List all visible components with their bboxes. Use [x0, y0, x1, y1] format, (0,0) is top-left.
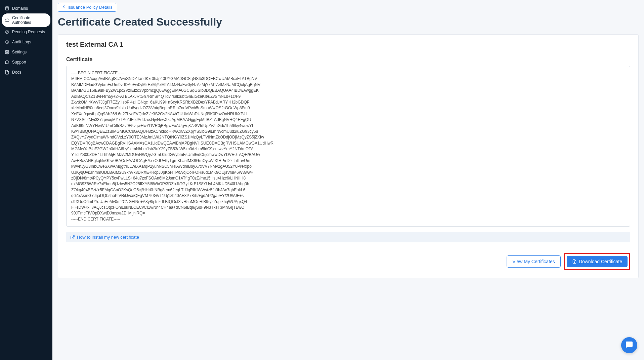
- cloud-icon: [5, 18, 9, 23]
- gear-icon: [5, 50, 9, 54]
- svg-line-6: [72, 235, 74, 237]
- arrow-left-icon: [61, 4, 66, 10]
- install-help-link[interactable]: How to install my new certificate: [66, 232, 630, 242]
- sidebar-item-label: Support: [12, 60, 26, 65]
- card-title: test External CA 1: [66, 41, 630, 48]
- chat-bubble-icon: [625, 341, 633, 350]
- sidebar-item-support[interactable]: Support: [0, 57, 52, 67]
- sidebar-item-settings[interactable]: Settings: [0, 47, 52, 57]
- download-certificate-button[interactable]: Download Certificate: [567, 256, 628, 267]
- sidebar-item-label: Docs: [12, 70, 21, 75]
- back-button-label: Issuance Policy Details: [68, 5, 113, 10]
- sidebar-item-audit-logs[interactable]: Audit Logs: [0, 37, 52, 47]
- annotation-highlight: Download Certificate: [564, 253, 630, 270]
- sidebar-item-docs[interactable]: Docs: [0, 67, 52, 77]
- check-circle-icon: [5, 30, 9, 34]
- sidebar-item-label: Domains: [12, 6, 28, 11]
- external-link-icon: [70, 235, 75, 240]
- sidebar-item-label: Certificate Authorities: [12, 15, 48, 25]
- sidebar-item-label: Audit Logs: [12, 40, 31, 44]
- clock-icon: [5, 40, 9, 44]
- download-icon: [572, 259, 577, 264]
- install-help-label: How to install my new certificate: [77, 235, 139, 240]
- chat-widget-button[interactable]: [621, 337, 637, 353]
- certificate-card: test External CA 1 Certificate -----BEGI…: [58, 34, 639, 278]
- sidebar-item-label: Settings: [12, 50, 27, 54]
- back-button[interactable]: Issuance Policy Details: [58, 3, 116, 12]
- svg-point-5: [6, 51, 8, 53]
- card-footer: View My Certificates Download Certificat…: [66, 253, 630, 270]
- page-title: Certificate Created Successfully: [58, 16, 639, 28]
- certificate-pem-output[interactable]: -----BEGIN CERTIFICATE----- MIIFMjCCAxqg…: [66, 66, 630, 227]
- document-icon: [5, 70, 9, 75]
- sidebar-item-label: Pending Requests: [12, 30, 45, 34]
- main-content: Issuance Policy Details Certificate Crea…: [52, 0, 644, 360]
- view-certificates-button[interactable]: View My Certificates: [507, 255, 561, 268]
- domains-icon: [5, 6, 9, 11]
- svg-point-3: [5, 30, 9, 34]
- chat-icon: [5, 60, 9, 65]
- certificate-heading: Certificate: [66, 56, 630, 63]
- sidebar-item-pending-requests[interactable]: Pending Requests: [0, 27, 52, 37]
- sidebar-item-domains[interactable]: Domains: [0, 3, 52, 13]
- download-button-label: Download Certificate: [579, 259, 622, 264]
- sidebar: Domains Certificate Authorities Pending …: [0, 0, 52, 360]
- sidebar-item-certificate-authorities[interactable]: Certificate Authorities: [2, 13, 50, 27]
